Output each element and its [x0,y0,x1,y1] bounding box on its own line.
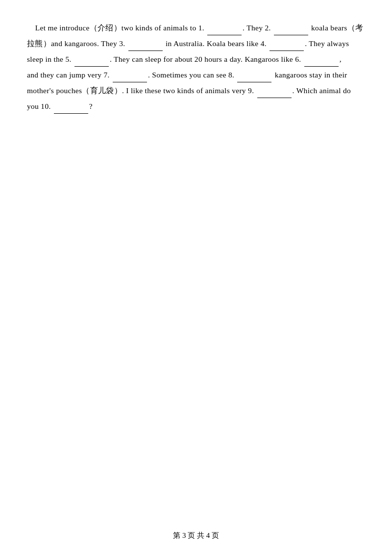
blank-9 [257,82,292,98]
passage-line1: Let me introduce（介绍）two kinds of animals… [27,24,363,32]
blank-10 [54,98,88,114]
blank-8 [237,67,271,82]
page-content: Let me introduce（介绍）two kinds of animals… [0,0,392,143]
passage-line6: you 10. ? [27,102,93,110]
passage-line3: sleep in the 5. . They can sleep for abo… [27,55,342,63]
blank-1 [207,20,242,35]
blank-4 [270,35,304,51]
passage-text: Let me introduce（介绍）two kinds of animals… [27,20,365,114]
page-footer: 第 3 页 共 4 页 [0,531,392,540]
blank-2 [274,20,308,35]
blank-5 [74,51,109,67]
passage-line4: and they can jump very 7. . Sometimes yo… [27,71,347,79]
footer-label: 第 3 页 共 4 页 [173,531,219,539]
blank-3 [128,35,163,51]
passage-line2: 拉熊）and kangaroos. They 3. in Australia. … [27,39,349,48]
blank-6 [304,51,339,67]
blank-7 [113,67,147,82]
passage-line5: mother's pouches（育儿袋）. I like these two … [27,86,351,95]
